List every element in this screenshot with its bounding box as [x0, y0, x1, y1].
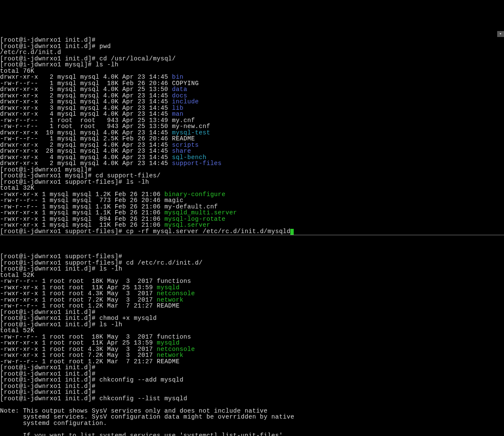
- chkconfig-note: Note: This output shows SysV services on…: [0, 408, 294, 436]
- cmd-chkconfig-add: chkconfig --add mysqld: [99, 376, 183, 383]
- cmd-ls: ls -lh: [96, 61, 119, 68]
- ls-listing: -rw-r--r-- 1 root root 18K May 3 2017 fu…: [0, 278, 195, 309]
- cmd-cd-initd: cd /etc/rc.d/init.d/: [126, 259, 203, 266]
- prompt: [root@i-jdwnrxo1 init.d]#: [0, 395, 96, 402]
- cursor-icon: [290, 229, 294, 235]
- cmd-pwd: pwd: [99, 43, 111, 50]
- scrollbar-down-icon[interactable]: ▾: [497, 31, 504, 37]
- cmd-ls: ls -lh: [99, 265, 122, 272]
- terminal-pane-top[interactable]: [root@i-jdwnrxo1 init.d]# [root@i-jdwnrx…: [0, 31, 504, 235]
- ls-listing: drwxr-xr-x 2 mysql mysql 4.0K Apr 23 14:…: [0, 74, 222, 167]
- prompt: [root@i-jdwnrxo1 support-files]#: [0, 228, 122, 235]
- cmd-chkconfig-list: chkconfig --list mysqld: [99, 395, 187, 402]
- ls-listing: -rwxr-xr-x 1 mysql mysql 1.2K Feb 26 21:…: [0, 191, 237, 229]
- ls-listing: -rw-r--r-- 1 root root 18K May 3 2017 fu…: [0, 333, 195, 365]
- cmd-ls: ls -lh: [99, 321, 122, 328]
- terminal-pane-bottom[interactable]: [root@i-jdwnrxo1 support-files]# [root@i…: [0, 248, 504, 436]
- cmd-ls: ls -lh: [126, 179, 149, 185]
- cmd-cp: cp -rf mysql.server /etc/rc.d/init.d/mys…: [126, 228, 290, 235]
